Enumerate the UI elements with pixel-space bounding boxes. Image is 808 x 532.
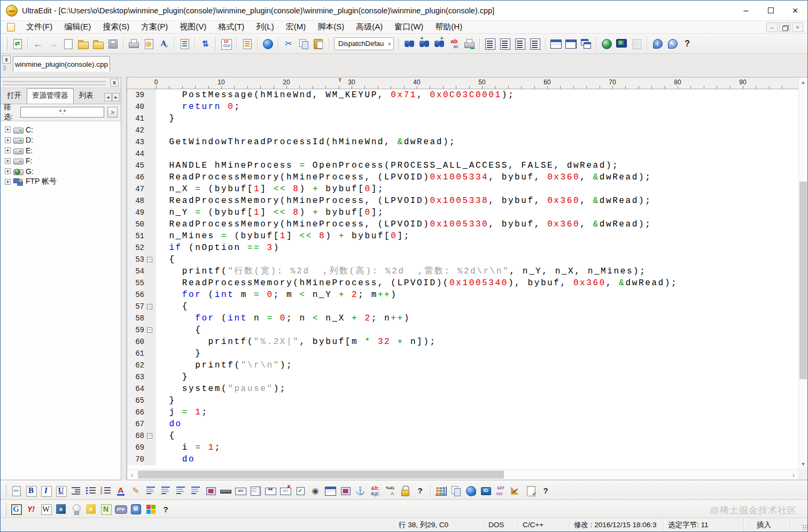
fold-collapse-icon[interactable]: − — [147, 433, 152, 439]
menu-script[interactable]: 脚本(S) — [312, 21, 350, 33]
fold-collapse-icon[interactable]: − — [147, 257, 152, 262]
expand-plus-icon[interactable] — [5, 179, 11, 185]
sidebar-tab-open[interactable]: 打开 — [2, 88, 27, 104]
php-docs-icon[interactable]: php — [114, 502, 128, 516]
browser-view-icon[interactable] — [615, 37, 628, 51]
menu-column[interactable]: 列(L) — [250, 21, 279, 33]
vertical-scrollbar[interactable]: ▲ ▼ — [798, 77, 807, 469]
code-line-39[interactable]: 39 PostMessage(hMineWnd, WM_KEYUP, 0x71,… — [127, 89, 798, 101]
sidebar-tab-list[interactable]: 列表 — [74, 88, 94, 104]
replace-in-files-icon[interactable]: ▬ — [462, 37, 476, 51]
expand-plus-icon[interactable] — [5, 158, 11, 164]
menu-project[interactable]: 方案(P) — [135, 21, 174, 33]
lock-icon[interactable] — [398, 484, 412, 498]
cut-icon[interactable]: ✂ — [282, 37, 296, 51]
expand-plus-icon[interactable] — [5, 147, 11, 153]
indent-icon[interactable] — [69, 484, 83, 498]
split-horizontal-icon[interactable] — [549, 37, 563, 51]
char-code-icon[interactable]: %41A — [383, 484, 397, 498]
close-button[interactable]: × — [783, 1, 807, 20]
hex-edit-icon[interactable]: 10010 — [219, 37, 233, 51]
file-view-toggle-icon[interactable]: ⇄ — [10, 37, 24, 51]
minimize-button[interactable]: – — [734, 1, 758, 20]
split-vertical-icon[interactable] — [564, 37, 578, 51]
forward-icon[interactable]: → — [46, 37, 60, 51]
sidebar-tab-scroll-right-icon[interactable]: ► — [112, 93, 120, 101]
code-line-61[interactable]: 61 } — [127, 348, 798, 359]
bold-icon[interactable]: B — [24, 484, 38, 498]
toolbar-grip[interactable] — [5, 37, 7, 50]
code-line-58[interactable]: 58 for (int n = 0; n < n_X + 2; n++) — [127, 312, 798, 324]
maximize-button[interactable] — [758, 1, 783, 20]
ftp-open-icon[interactable] — [630, 37, 643, 51]
tree-item-f-drive[interactable]: F: — [5, 156, 121, 167]
filter-apply-button[interactable]: > — [107, 107, 118, 118]
code-line-49[interactable]: 49 n_Y = (bybuf[1] << 8) + bybuf[0]; — [127, 207, 798, 218]
italic-icon[interactable]: I — [39, 484, 53, 498]
paste-icon[interactable] — [312, 37, 325, 51]
environment-dropdown[interactable]: DispatchDefau∨ — [334, 37, 394, 50]
id-attribute-icon[interactable]: ID — [479, 484, 493, 498]
copy-pages-icon[interactable] — [449, 484, 463, 498]
edit-pencil-icon[interactable]: ✎ — [129, 484, 143, 498]
scroll-left-icon[interactable]: ‹ — [128, 470, 136, 479]
validate-html-icon[interactable]: ✔ — [464, 484, 478, 498]
fold-collapse-icon[interactable]: − — [147, 327, 152, 333]
help-html-icon[interactable]: ? — [413, 484, 427, 498]
password-field-icon[interactable]: ** — [263, 484, 277, 498]
label-field-icon[interactable]: abl✘ — [278, 484, 292, 498]
checkbox-icon[interactable]: ✔ — [293, 484, 307, 498]
info-icon[interactable]: i — [650, 37, 664, 51]
help-icon[interactable]: ? — [680, 37, 694, 51]
syntax-colors-icon[interactable] — [177, 37, 191, 51]
code-line-48[interactable]: 48 ReadProcessMemory(hMineProcess, (LPVO… — [127, 195, 798, 207]
code-line-65[interactable]: 65 } — [127, 395, 798, 406]
mdi-close-button[interactable]: × — [792, 22, 803, 32]
menu-file[interactable]: 文件(F) — [20, 21, 58, 33]
image-blue-icon[interactable] — [323, 484, 337, 498]
code-line-70[interactable]: 70 do — [127, 453, 798, 465]
menu-format[interactable]: 格式(T) — [212, 21, 250, 33]
picture-icon[interactable] — [338, 484, 352, 498]
mdi-restore-button[interactable] — [779, 22, 790, 32]
sidebar-splitter[interactable] — [121, 77, 127, 480]
scroll-up-icon[interactable]: ▲ — [799, 78, 807, 87]
copy-icon[interactable] — [297, 37, 310, 51]
format-paragraph-icon[interactable] — [483, 37, 497, 51]
menu-edit[interactable]: 编辑(E) — [58, 21, 97, 33]
horizontal-scroll-thumb[interactable] — [138, 471, 504, 479]
open-recent-icon[interactable] — [91, 37, 105, 51]
find-icon[interactable] — [402, 37, 416, 51]
textarea-icon[interactable] — [248, 484, 262, 498]
mdi-minimize-button[interactable]: – — [766, 22, 778, 32]
notepad-icon[interactable]: N — [99, 502, 113, 516]
code-line-47[interactable]: 47 n_X = (bybuf[1] << 8) + bybuf[0]; — [127, 183, 798, 195]
format-center-icon[interactable] — [513, 37, 527, 51]
yahoo-search-icon[interactable]: Y! — [24, 502, 38, 516]
format-indent-icon[interactable] — [498, 37, 512, 51]
format-right-icon[interactable] — [528, 37, 542, 51]
help-tools-icon[interactable]: ? — [539, 484, 553, 498]
code-line-40[interactable]: 40 return 0; — [127, 101, 798, 113]
para-style4-icon[interactable] — [189, 484, 203, 498]
column-mode-icon[interactable] — [240, 37, 254, 51]
scroll-down-icon[interactable]: ▼ — [799, 460, 807, 468]
web-browser-icon[interactable] — [261, 37, 275, 51]
expand-plus-icon[interactable] — [5, 127, 11, 132]
xml-check-icon[interactable]: ✔ — [524, 484, 538, 498]
context-help-icon[interactable]: ↖ — [665, 37, 679, 51]
horizontal-rule-icon[interactable] — [219, 484, 232, 498]
file-tab[interactable]: winmine_plugin(console).cpp — [13, 56, 110, 72]
spell-check-icon[interactable]: A✔ — [157, 37, 170, 51]
menu-help[interactable]: 帮助(H) — [429, 21, 468, 33]
code-line-68[interactable]: 68− { — [127, 430, 798, 442]
underline-icon[interactable]: U — [54, 484, 68, 498]
print-icon[interactable] — [127, 37, 141, 51]
image-map-icon[interactable] — [204, 484, 217, 498]
tab-close-button[interactable]: x — [2, 56, 11, 64]
tab-bar-grip[interactable] — [4, 65, 5, 71]
code-line-42[interactable]: 42 — [127, 124, 798, 136]
font-color-icon[interactable]: A — [114, 484, 128, 498]
bulb-icon[interactable] — [69, 502, 83, 516]
windows-icon[interactable] — [144, 502, 158, 516]
